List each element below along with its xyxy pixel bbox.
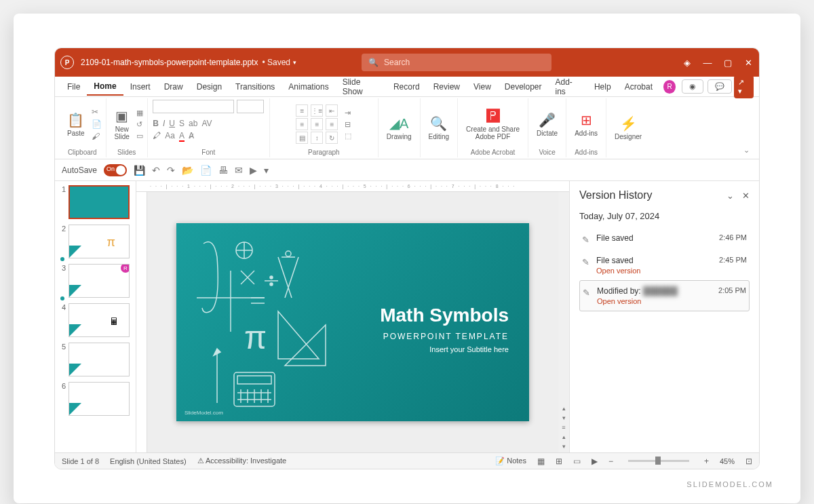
record-button[interactable]: ◉ [682, 79, 703, 94]
bold-button[interactable]: B [153, 119, 159, 128]
align-left-button[interactable]: ≡ [296, 118, 308, 130]
align-center-button[interactable]: ≡ [311, 118, 323, 130]
align-right-button[interactable]: ≡ [326, 118, 338, 130]
zoom-level[interactable]: 45% [720, 457, 735, 465]
font-size-select[interactable] [237, 100, 264, 113]
sorter-view-button[interactable]: ⊞ [556, 457, 562, 466]
collapse-ribbon-button[interactable]: ⌄ [738, 143, 755, 157]
bullets-button[interactable]: ≡ [296, 104, 308, 117]
paste-button[interactable]: 📋Paste [63, 111, 89, 138]
user-avatar[interactable]: R [663, 80, 676, 94]
menu-draw[interactable]: Draw [157, 79, 190, 95]
redo-icon[interactable]: ↷ [167, 165, 175, 176]
menu-insert[interactable]: Insert [123, 79, 157, 95]
email-icon[interactable]: ✉ [235, 165, 243, 176]
thumbnail-3[interactable]: 3 R [58, 264, 133, 298]
italic-button[interactable]: I [163, 119, 165, 128]
slide-canvas[interactable]: π Math Symbols POWERPOINT TEMPLATE Inser… [147, 192, 558, 452]
thumbnail-6[interactable]: 6 [58, 382, 133, 416]
chevron-down-icon[interactable]: ▾ [293, 59, 296, 66]
slideshow-view-button[interactable]: ▶ [592, 457, 598, 466]
search-input[interactable]: 🔍 Search [362, 54, 551, 71]
open-version-link[interactable]: Open version [597, 297, 712, 305]
maximize-button[interactable]: ▢ [722, 57, 733, 68]
comments-button[interactable]: 💬 [708, 79, 732, 94]
slide-counter[interactable]: Slide 1 of 8 [62, 457, 99, 465]
new-icon[interactable]: 📄 [200, 165, 212, 176]
designer-button[interactable]: ⚡Designer [610, 114, 646, 142]
menu-view[interactable]: View [467, 79, 498, 95]
menu-acrobat[interactable]: Acrobat [618, 79, 659, 95]
menu-help[interactable]: Help [587, 79, 618, 95]
minimize-button[interactable]: ― [702, 57, 713, 68]
section-icon[interactable]: ▭ [136, 132, 143, 140]
format-painter-icon[interactable]: 🖌 [92, 132, 102, 141]
chevron-down-icon[interactable]: ⌄ [726, 191, 734, 201]
char-spacing-button[interactable]: AV [201, 119, 212, 128]
menu-record[interactable]: Record [387, 79, 427, 95]
menu-addins[interactable]: Add-ins [549, 74, 587, 100]
indent-dec-button[interactable]: ⇤ [326, 104, 338, 117]
current-slide[interactable]: π Math Symbols POWERPOINT TEMPLATE Inser… [176, 223, 529, 421]
menu-transitions[interactable]: Transitions [229, 79, 282, 95]
present-icon[interactable]: ▶ [250, 165, 257, 176]
reset-icon[interactable]: ↺ [136, 120, 143, 129]
addins-button[interactable]: ⊞Add-ins [570, 111, 602, 138]
line-spacing-button[interactable]: ↕ [311, 132, 323, 144]
menu-animations[interactable]: Animations [282, 79, 335, 95]
undo-icon[interactable]: ↶ [152, 165, 160, 176]
notes-button[interactable]: 📝 Notes [495, 457, 526, 465]
thumbnail-1[interactable]: 1 [58, 185, 133, 219]
shadow-button[interactable]: ab [189, 119, 197, 128]
clear-format-button[interactable]: A̷ [189, 131, 194, 142]
smartart-button[interactable]: ⬚ [345, 132, 351, 140]
new-slide-button[interactable]: ▣New Slide [111, 106, 134, 142]
accessibility-status[interactable]: ⚠ Accessibility: Investigate [197, 457, 287, 465]
normal-view-button[interactable]: ▦ [537, 457, 545, 466]
close-panel-button[interactable]: ✕ [742, 191, 750, 201]
menu-home[interactable]: Home [87, 78, 123, 96]
slide-subtitle-placeholder[interactable]: Insert your Subtitle here [429, 345, 509, 353]
thumbnail-5[interactable]: 5 [58, 343, 133, 376]
zoom-out-button[interactable]: − [608, 457, 613, 466]
reading-view-button[interactable]: ▭ [573, 457, 581, 466]
open-version-link[interactable]: Open version [596, 267, 712, 275]
underline-button[interactable]: U [169, 119, 175, 128]
zoom-in-button[interactable]: + [704, 457, 709, 466]
font-family-select[interactable] [153, 100, 234, 113]
highlight-button[interactable]: 🖍 [153, 131, 161, 142]
slide-title[interactable]: Math Symbols [380, 305, 509, 326]
copy-icon[interactable]: 📄 [92, 119, 102, 129]
editing-button[interactable]: 🔍Editing [425, 114, 454, 142]
layout-icon[interactable]: ▦ [136, 109, 143, 117]
case-button[interactable]: Aa [165, 131, 175, 142]
thumbnail-2[interactable]: 2 π [58, 225, 133, 258]
numbering-button[interactable]: ⋮≡ [311, 104, 323, 117]
language-status[interactable]: English (United States) [110, 457, 187, 465]
align-text-button[interactable]: ⊟ [345, 120, 351, 129]
version-entry[interactable]: ✎ File saved 2:46 PM [579, 228, 750, 250]
version-entry[interactable]: ✎ File saved Open version 2:45 PM [579, 250, 750, 280]
quick-print-icon[interactable]: 🖶 [218, 165, 228, 176]
zoom-slider[interactable] [628, 460, 689, 462]
share-button[interactable]: ↗ ▾ [734, 75, 754, 98]
version-entry-selected[interactable]: ✎ Modified by: ██████ Open version 2:05 … [579, 280, 750, 311]
vertical-scrollbar[interactable]: ▴▾≡▴▾ [558, 192, 569, 452]
columns-button[interactable]: ▤ [296, 132, 308, 144]
open-icon[interactable]: 📂 [182, 165, 193, 176]
menu-file[interactable]: File [60, 79, 87, 95]
font-color-button[interactable]: A [179, 131, 185, 142]
cut-icon[interactable]: ✂ [92, 107, 102, 117]
slide-subtitle[interactable]: POWERPOINT TEMPLATE [383, 332, 509, 341]
save-status[interactable]: • Saved [262, 58, 290, 67]
vertical-ruler[interactable] [136, 192, 147, 452]
close-button[interactable]: ✕ [743, 57, 754, 68]
menu-developer[interactable]: Developer [498, 79, 549, 95]
drawing-button[interactable]: ◢ADrawing [383, 114, 416, 142]
menu-design[interactable]: Design [190, 79, 229, 95]
strike-button[interactable]: S [179, 119, 185, 128]
diamond-icon[interactable]: ◈ [682, 57, 693, 68]
thumbnail-4[interactable]: 4 🖩 [58, 303, 133, 337]
text-direction-button[interactable]: ↻ [326, 132, 338, 144]
save-icon[interactable]: 💾 [134, 165, 145, 176]
